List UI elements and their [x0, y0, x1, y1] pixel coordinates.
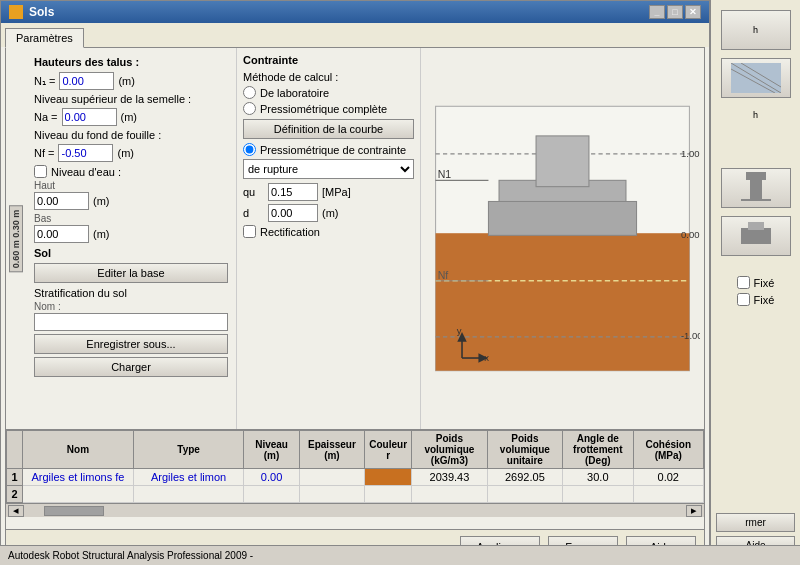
soil-diagram: N1 Nf 1.00 0.00 -1.00 x y: [425, 52, 700, 425]
svg-rect-2: [436, 233, 690, 371]
scroll-right-btn[interactable]: ▸: [686, 505, 702, 517]
row-1-poids-unit[interactable]: 2692.05: [487, 469, 562, 486]
app-icon: [9, 5, 23, 19]
rectification-checkbox[interactable]: [243, 225, 256, 238]
nf-input[interactable]: [58, 144, 113, 162]
row-1-couleur[interactable]: [365, 469, 412, 486]
radio-labo-label: De laboratoire: [260, 87, 329, 99]
title-bar: Sols _ □ ✕: [1, 1, 709, 23]
fixe-2-checkbox[interactable]: [737, 293, 750, 306]
fixe-2-label: Fixé: [754, 294, 775, 306]
data-table: Nom Type Niveau(m) Epaisseur(m) Couleurr…: [6, 430, 704, 503]
nom-strat-label: Nom :: [34, 301, 228, 312]
side-icon-1[interactable]: h: [721, 10, 791, 50]
svg-rect-23: [746, 172, 766, 180]
bas-input[interactable]: [34, 225, 89, 243]
left-panel: Hauteurs des talus : N₁ = (m) Niveau sup…: [26, 48, 236, 429]
nf-label: Nf =: [34, 147, 54, 159]
row-1-poids-vol[interactable]: 2039.43: [412, 469, 487, 486]
radio-presio[interactable]: [243, 102, 256, 115]
row-2-poids-vol[interactable]: [412, 486, 487, 503]
row-2-nom[interactable]: [23, 486, 134, 503]
row-2-cohesion[interactable]: [633, 486, 703, 503]
radio-presio-contrainte-row: Pressiométrique de contrainte: [243, 143, 414, 156]
table-area: Nom Type Niveau(m) Epaisseur(m) Couleurr…: [6, 429, 704, 529]
table-scrollbar[interactable]: ◂ ▸: [6, 503, 704, 517]
row-2-type[interactable]: [133, 486, 244, 503]
row-2-niveau[interactable]: [244, 486, 299, 503]
radio-presio-contrainte-label: Pressiométrique de contrainte: [260, 144, 406, 156]
diagram-panel: N1 Nf 1.00 0.00 -1.00 x y: [421, 48, 704, 429]
haut-input[interactable]: [34, 192, 89, 210]
svg-rect-27: [748, 222, 764, 230]
table-row: 1 Argiles et limons fe Argiles et limon …: [7, 469, 704, 486]
row-1-num: 1: [7, 469, 23, 486]
nt-label: N₁ =: [34, 75, 55, 88]
side-fermer-btn[interactable]: rmer: [716, 513, 795, 532]
window-controls: _ □ ✕: [649, 5, 701, 19]
table-wrapper: Nom Type Niveau(m) Epaisseur(m) Couleurr…: [6, 430, 704, 503]
contrainte-title: Contrainte: [243, 54, 414, 66]
row-1-niveau[interactable]: 0.00: [244, 469, 299, 486]
col-poids-unit: Poidsvolumiqueunitaire: [487, 431, 562, 469]
row-1-type[interactable]: Argiles et limon: [133, 469, 244, 486]
side-icon-3[interactable]: [721, 168, 791, 208]
strat-section: Stratification du sol Nom : Enregistrer …: [34, 287, 228, 377]
main-dialog: Sols _ □ ✕ Paramètres 0.60 m 0.30 m: [0, 0, 710, 565]
fixe-section: Fixé Fixé: [737, 272, 775, 306]
side-icon-2[interactable]: [721, 58, 791, 98]
col-angle: Angle defrottement(Deg): [563, 431, 633, 469]
nf-row: Nf = (m): [34, 144, 228, 162]
nom-strat-input[interactable]: [34, 313, 228, 331]
row-1-cohesion[interactable]: 0.02: [633, 469, 703, 486]
tab-parametres[interactable]: Paramètres: [5, 28, 84, 48]
close-btn[interactable]: ✕: [685, 5, 701, 19]
qu-input[interactable]: [268, 183, 318, 201]
minimize-btn[interactable]: _: [649, 5, 665, 19]
pile-icon: [736, 172, 776, 204]
col-poids-vol: Poidsvolumique(kG/m3): [412, 431, 487, 469]
editer-base-btn[interactable]: Editer la base: [34, 263, 228, 283]
row-1-epaisseur[interactable]: [299, 469, 364, 486]
svg-rect-7: [488, 201, 636, 235]
row-1-nom[interactable]: Argiles et limons fe: [23, 469, 134, 486]
niveau-fond-label: Niveau du fond de fouille :: [34, 129, 228, 141]
row-2-poids-unit[interactable]: [487, 486, 562, 503]
hatch-icon: [731, 63, 781, 93]
side-strip: 0.60 m 0.30 m: [6, 48, 26, 429]
row-2-angle[interactable]: [563, 486, 633, 503]
nt-input[interactable]: [59, 72, 114, 90]
h-label-1: h: [753, 25, 758, 35]
charger-btn[interactable]: Charger: [34, 357, 228, 377]
svg-rect-24: [750, 180, 762, 200]
row-1-angle[interactable]: 30.0: [563, 469, 633, 486]
hauteurs-talus-title: Hauteurs des talus :: [34, 56, 228, 68]
niveau-eau-label: Niveau d'eau :: [51, 166, 121, 178]
col-epaisseur: Epaisseur(m): [299, 431, 364, 469]
right-side-panel: h h: [710, 0, 800, 565]
side-icon-4[interactable]: [721, 216, 791, 256]
row-2-epaisseur[interactable]: [299, 486, 364, 503]
enregistrer-btn[interactable]: Enregistrer sous...: [34, 334, 228, 354]
radio-labo[interactable]: [243, 86, 256, 99]
niveau-eau-checkbox[interactable]: [34, 165, 47, 178]
scroll-left-btn[interactable]: ◂: [8, 505, 24, 517]
d-input[interactable]: [268, 204, 318, 222]
nt-unit: (m): [118, 75, 135, 87]
dropdown-type[interactable]: de rupture de fluage: [243, 159, 414, 179]
na-unit: (m): [121, 111, 138, 123]
haut-unit: (m): [93, 195, 110, 207]
courbe-btn[interactable]: Définition de la courbe: [243, 119, 414, 139]
na-input[interactable]: [62, 108, 117, 126]
qu-row: qu [MPa]: [243, 183, 414, 201]
svg-text:x: x: [484, 352, 489, 363]
radio-presio-contrainte[interactable]: [243, 143, 256, 156]
svg-rect-26: [741, 228, 771, 244]
radio-labo-row: De laboratoire: [243, 86, 414, 99]
bas-row: (m): [34, 225, 228, 243]
maximize-btn[interactable]: □: [667, 5, 683, 19]
fixe-1-checkbox[interactable]: [737, 276, 750, 289]
row-2-couleur[interactable]: [365, 486, 412, 503]
scroll-thumb[interactable]: [44, 506, 104, 516]
rectification-label: Rectification: [260, 226, 320, 238]
